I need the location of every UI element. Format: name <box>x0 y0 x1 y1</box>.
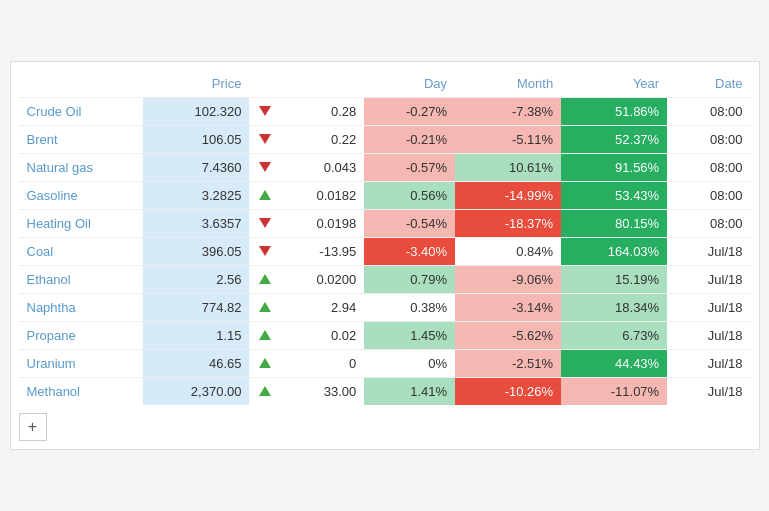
commodity-name[interactable]: Gasoline <box>19 182 144 210</box>
commodity-name[interactable]: Natural gas <box>19 154 144 182</box>
commodity-year: 6.73% <box>561 322 667 350</box>
commodity-day: -0.21% <box>364 126 455 154</box>
direction-arrow <box>249 98 279 126</box>
commodity-date: Jul/18 <box>667 238 750 266</box>
commodity-change: 0.0198 <box>280 210 364 238</box>
arrow-down-icon <box>259 218 271 228</box>
commodity-price: 2.56 <box>143 266 249 294</box>
commodity-price: 3.6357 <box>143 210 249 238</box>
col-header-name <box>19 70 144 98</box>
arrow-up-icon <box>259 358 271 368</box>
commodity-name[interactable]: Heating Oil <box>19 210 144 238</box>
commodity-month: -5.11% <box>455 126 561 154</box>
commodity-year: 15.19% <box>561 266 667 294</box>
commodity-month: -18.37% <box>455 210 561 238</box>
table-row: Ethanol2.560.02000.79%-9.06%15.19%Jul/18 <box>19 266 751 294</box>
commodity-day: 0.56% <box>364 182 455 210</box>
commodity-month: -10.26% <box>455 378 561 406</box>
commodity-name[interactable]: Crude Oil <box>19 98 144 126</box>
commodity-date: 08:00 <box>667 126 750 154</box>
arrow-down-icon <box>259 134 271 144</box>
col-header-month: Month <box>455 70 561 98</box>
direction-arrow <box>249 294 279 322</box>
commodity-name[interactable]: Naphtha <box>19 294 144 322</box>
commodity-change: 0 <box>280 350 364 378</box>
commodity-name[interactable]: Brent <box>19 126 144 154</box>
commodity-price: 774.82 <box>143 294 249 322</box>
direction-arrow <box>249 266 279 294</box>
commodity-name[interactable]: Propane <box>19 322 144 350</box>
direction-arrow <box>249 182 279 210</box>
commodity-month: -5.62% <box>455 322 561 350</box>
commodity-date: Jul/18 <box>667 294 750 322</box>
commodity-name[interactable]: Ethanol <box>19 266 144 294</box>
commodity-price: 1.15 <box>143 322 249 350</box>
table-row: Coal396.05-13.95-3.40%0.84%164.03%Jul/18 <box>19 238 751 266</box>
commodity-name[interactable]: Methanol <box>19 378 144 406</box>
commodity-change: 0.22 <box>280 126 364 154</box>
commodity-name[interactable]: Coal <box>19 238 144 266</box>
direction-arrow <box>249 126 279 154</box>
arrow-up-icon <box>259 274 271 284</box>
commodity-month: 10.61% <box>455 154 561 182</box>
commodity-day: -3.40% <box>364 238 455 266</box>
commodity-year: 18.34% <box>561 294 667 322</box>
direction-arrow <box>249 238 279 266</box>
commodities-table-container: Price Day Month Year Date Crude Oil102.3… <box>10 61 760 450</box>
arrow-down-icon <box>259 106 271 116</box>
commodity-date: Jul/18 <box>667 266 750 294</box>
commodity-change: -13.95 <box>280 238 364 266</box>
table-row: Natural gas7.43600.043-0.57%10.61%91.56%… <box>19 154 751 182</box>
add-row-button[interactable]: + <box>19 413 47 441</box>
arrow-up-icon <box>259 302 271 312</box>
commodity-day: 1.45% <box>364 322 455 350</box>
commodity-date: 08:00 <box>667 210 750 238</box>
commodity-price: 3.2825 <box>143 182 249 210</box>
commodity-date: 08:00 <box>667 154 750 182</box>
direction-arrow <box>249 350 279 378</box>
commodity-day: -0.54% <box>364 210 455 238</box>
commodity-year: 52.37% <box>561 126 667 154</box>
commodity-month: -7.38% <box>455 98 561 126</box>
commodity-name[interactable]: Uranium <box>19 350 144 378</box>
col-header-date: Date <box>667 70 750 98</box>
col-header-change <box>280 70 364 98</box>
table-row: Brent106.050.22-0.21%-5.11%52.37%08:00 <box>19 126 751 154</box>
commodity-year: 80.15% <box>561 210 667 238</box>
commodity-day: 0.38% <box>364 294 455 322</box>
commodity-price: 7.4360 <box>143 154 249 182</box>
commodity-month: -9.06% <box>455 266 561 294</box>
commodity-year: 164.03% <box>561 238 667 266</box>
commodity-year: 91.56% <box>561 154 667 182</box>
col-header-arrow <box>249 70 279 98</box>
commodity-change: 0.0200 <box>280 266 364 294</box>
commodity-month: -3.14% <box>455 294 561 322</box>
table-row: Crude Oil102.3200.28-0.27%-7.38%51.86%08… <box>19 98 751 126</box>
commodity-year: 53.43% <box>561 182 667 210</box>
col-header-day: Day <box>364 70 455 98</box>
commodity-change: 0.043 <box>280 154 364 182</box>
commodity-change: 0.02 <box>280 322 364 350</box>
arrow-down-icon <box>259 162 271 172</box>
commodity-change: 33.00 <box>280 378 364 406</box>
commodity-year: 51.86% <box>561 98 667 126</box>
table-row: Uranium46.6500%-2.51%44.43%Jul/18 <box>19 350 751 378</box>
direction-arrow <box>249 154 279 182</box>
commodity-price: 46.65 <box>143 350 249 378</box>
commodity-day: 1.41% <box>364 378 455 406</box>
col-header-price: Price <box>143 70 249 98</box>
table-row: Heating Oil3.63570.0198-0.54%-18.37%80.1… <box>19 210 751 238</box>
commodity-date: Jul/18 <box>667 322 750 350</box>
commodity-month: -2.51% <box>455 350 561 378</box>
commodity-day: 0% <box>364 350 455 378</box>
commodity-day: -0.27% <box>364 98 455 126</box>
commodity-date: Jul/18 <box>667 378 750 406</box>
commodity-price: 106.05 <box>143 126 249 154</box>
table-row: Naphtha774.822.940.38%-3.14%18.34%Jul/18 <box>19 294 751 322</box>
arrow-down-icon <box>259 246 271 256</box>
col-header-year: Year <box>561 70 667 98</box>
commodity-day: 0.79% <box>364 266 455 294</box>
commodity-change: 2.94 <box>280 294 364 322</box>
table-row: Methanol2,370.0033.001.41%-10.26%-11.07%… <box>19 378 751 406</box>
arrow-up-icon <box>259 190 271 200</box>
